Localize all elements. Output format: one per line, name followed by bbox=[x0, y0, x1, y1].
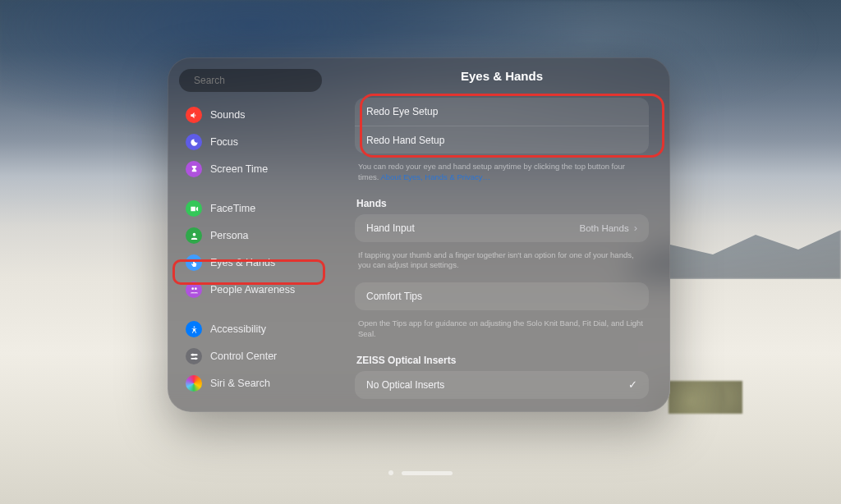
sidebar: Sounds Focus Screen Time FaceTime bbox=[168, 57, 330, 412]
sidebar-item-accessibility[interactable]: Accessibility bbox=[179, 317, 322, 341]
pager-dot bbox=[388, 470, 393, 475]
main-content: Eyes & Hands Redo Eye Setup Redo Hand Se… bbox=[330, 57, 670, 412]
sidebar-item-persona[interactable]: Persona bbox=[179, 223, 322, 248]
accessibility-icon bbox=[186, 321, 202, 337]
person-icon bbox=[186, 227, 202, 244]
redo-eye-setup-button[interactable]: Redo Eye Setup bbox=[355, 98, 649, 126]
sidebar-item-label: Screen Time bbox=[210, 163, 268, 175]
sidebar-item-label: Focus bbox=[210, 136, 238, 148]
checkmark-icon: ✓ bbox=[628, 378, 637, 391]
comfort-tips-row[interactable]: Comfort Tips bbox=[355, 282, 649, 310]
svg-point-6 bbox=[191, 353, 194, 355]
row-label: Redo Hand Setup bbox=[366, 135, 444, 146]
window-pager[interactable] bbox=[388, 424, 453, 504]
sidebar-item-label: Control Center bbox=[210, 351, 277, 362]
no-optical-inserts-row[interactable]: No Optical Inserts ✓ bbox=[355, 371, 649, 399]
chevron-right-icon: › bbox=[634, 222, 637, 234]
svg-point-0 bbox=[192, 232, 195, 236]
hands-caption: If tapping your thumb and a finger toget… bbox=[355, 247, 649, 283]
row-label: No Optical Inserts bbox=[366, 379, 444, 391]
sidebar-item-label: FaceTime bbox=[210, 203, 255, 214]
search-field[interactable] bbox=[179, 69, 322, 92]
sidebar-item-focus[interactable]: Focus bbox=[179, 130, 322, 154]
tap-icon bbox=[186, 254, 202, 271]
siri-icon bbox=[186, 375, 202, 392]
sidebar-item-siri-search[interactable]: Siri & Search bbox=[179, 371, 322, 396]
settings-window: Sounds Focus Screen Time FaceTime bbox=[168, 57, 670, 412]
row-label: Comfort Tips bbox=[366, 291, 422, 302]
switches-icon bbox=[186, 348, 202, 364]
hands-header: Hands bbox=[356, 198, 647, 209]
comfort-caption: Open the Tips app for guidance on adjust… bbox=[355, 315, 649, 351]
sidebar-item-label: People Awareness bbox=[210, 284, 295, 296]
search-input[interactable] bbox=[194, 75, 317, 86]
svg-point-1 bbox=[191, 287, 194, 290]
svg-point-2 bbox=[194, 287, 196, 290]
sidebar-item-label: Accessibility bbox=[210, 323, 266, 335]
zeiss-header: ZEISS Optical Inserts bbox=[356, 355, 647, 366]
sidebar-item-facetime[interactable]: FaceTime bbox=[179, 196, 322, 221]
row-label: Hand Input bbox=[366, 222, 415, 234]
redo-hand-setup-button[interactable]: Redo Hand Setup bbox=[355, 126, 649, 153]
sidebar-item-people-awareness[interactable]: People Awareness bbox=[179, 277, 322, 302]
sidebar-item-label: Persona bbox=[210, 230, 249, 241]
svg-point-3 bbox=[193, 326, 195, 328]
hourglass-icon bbox=[186, 161, 202, 177]
people-icon bbox=[186, 282, 202, 298]
moon-icon bbox=[186, 134, 202, 150]
sidebar-item-sounds[interactable]: Sounds bbox=[179, 103, 322, 127]
comfort-group: Comfort Tips bbox=[355, 282, 649, 310]
page-title: Eyes & Hands bbox=[355, 69, 649, 83]
sidebar-item-control-center[interactable]: Control Center bbox=[179, 344, 322, 369]
row-label: Redo Eye Setup bbox=[366, 106, 438, 117]
speaker-icon bbox=[186, 107, 202, 123]
video-icon bbox=[186, 200, 202, 217]
svg-point-7 bbox=[194, 357, 196, 360]
about-privacy-link[interactable]: About Eyes, Hands & Privacy… bbox=[380, 172, 490, 181]
pager-handle[interactable] bbox=[402, 471, 453, 475]
hand-input-row[interactable]: Hand Input Both Hands › bbox=[355, 214, 649, 242]
sidebar-item-eyes-hands[interactable]: Eyes & Hands bbox=[179, 250, 322, 275]
sidebar-item-label: Sounds bbox=[210, 109, 245, 121]
sidebar-item-screen-time[interactable]: Screen Time bbox=[179, 157, 322, 181]
zeiss-group: No Optical Inserts ✓ bbox=[355, 371, 649, 399]
sidebar-item-label: Siri & Search bbox=[210, 378, 270, 389]
redo-setup-group: Redo Eye Setup Redo Hand Setup bbox=[355, 98, 649, 153]
redo-caption: You can redo your eye and hand setup any… bbox=[355, 158, 649, 195]
hands-group: Hand Input Both Hands › bbox=[355, 214, 649, 242]
sidebar-item-label: Eyes & Hands bbox=[210, 257, 275, 268]
hand-input-value: Both Hands bbox=[580, 223, 629, 233]
